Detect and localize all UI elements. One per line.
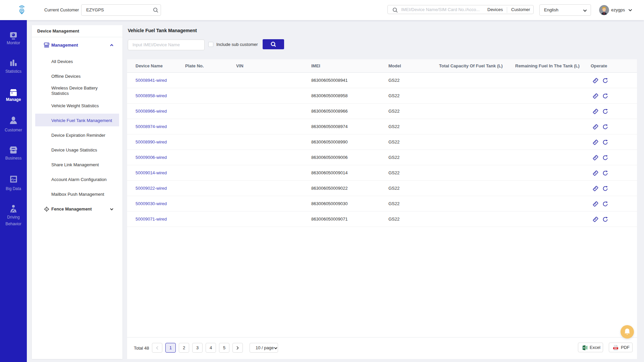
svg-text:PDF: PDF	[614, 348, 617, 349]
svg-text:X: X	[583, 346, 585, 349]
svg-text:G: G	[21, 9, 23, 12]
